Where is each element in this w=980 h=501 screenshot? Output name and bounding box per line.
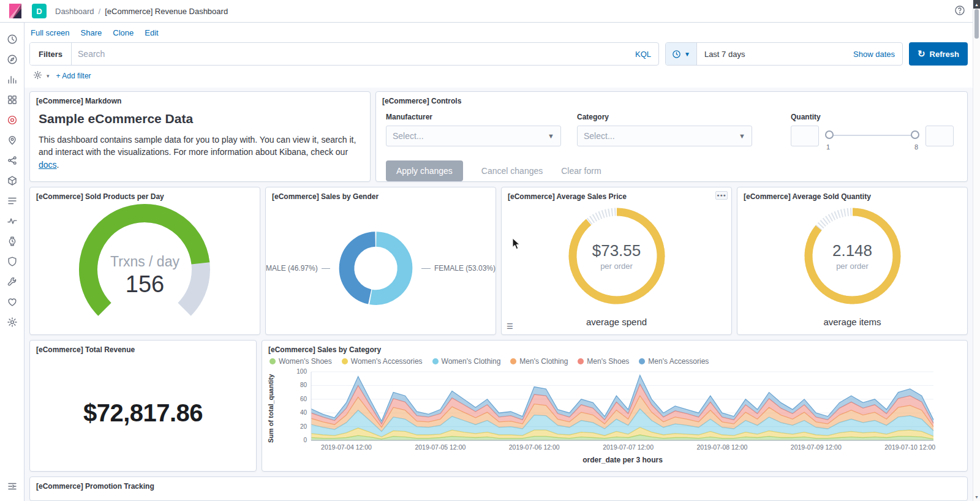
sidebar-item-discover[interactable] <box>2 49 22 69</box>
panel-total-revenue: [eCommerce] Total Revenue $72,817.86 <box>29 340 257 472</box>
scrollbar-down-button[interactable]: ▼ <box>973 492 980 501</box>
panel-title[interactable]: [eCommerce] Sales by Category <box>262 341 967 355</box>
legend-item[interactable]: Men's Accessories <box>639 357 709 366</box>
sidebar-item-recently-viewed[interactable] <box>2 29 22 49</box>
y-axis-label: Sum of total_quantity <box>267 374 274 443</box>
svg-text:40: 40 <box>300 410 307 416</box>
clear-form-button[interactable]: Clear form <box>561 166 601 176</box>
main-content: Full screen Share Clone Edit Filters KQL <box>24 23 973 501</box>
goal-subtitle: per order <box>600 262 633 271</box>
panel-title[interactable]: [eCommerce] Average Sales Price <box>502 187 731 202</box>
panel-avg-sold-qty: [eCommerce] Average Sold Quantity 2.148 … <box>737 187 968 335</box>
scrollbar-thumb[interactable] <box>974 9 979 39</box>
cancel-changes-button[interactable]: Cancel changes <box>481 166 543 176</box>
filter-settings-gear-icon[interactable] <box>33 70 42 81</box>
quantity-max-input[interactable] <box>925 126 954 146</box>
top-bar: D Dashboard / [eCommerce] Revenue Dashbo… <box>0 0 973 23</box>
slider-handle-max[interactable] <box>911 130 919 139</box>
category-select[interactable]: Select... ▼ <box>577 126 752 146</box>
breadcrumb-current: [eCommerce] Revenue Dashboard <box>105 7 228 16</box>
sidebar-item-apm[interactable] <box>2 211 22 231</box>
panel-options-icon[interactable]: ●●● <box>715 191 728 200</box>
sidebar-item-logs[interactable] <box>2 190 22 211</box>
sidebar-item-machine-learning[interactable] <box>2 150 22 170</box>
panel-title[interactable]: [eCommerce] Average Sold Quantity <box>737 187 967 202</box>
add-filter-link[interactable]: + Add filter <box>56 72 91 80</box>
legend-dot-icon <box>342 358 348 364</box>
sidebar-item-stack-monitoring[interactable] <box>2 292 22 312</box>
chevron-down-icon: ▼ <box>548 132 554 140</box>
show-dates-link[interactable]: Show dates <box>853 50 902 59</box>
collapse-nav-icon[interactable] <box>2 476 22 496</box>
space-avatar[interactable]: D <box>32 4 47 18</box>
refresh-button[interactable]: ↻ Refresh <box>909 42 968 66</box>
dashboard-menubar: Full screen Share Clone Edit <box>24 23 973 39</box>
x-axis-label: order_date per 3 hours <box>283 456 962 464</box>
legend-toggle-icon[interactable]: ☰ <box>507 322 513 331</box>
menu-edit[interactable]: Edit <box>145 28 158 37</box>
clock-icon <box>672 50 681 59</box>
female-slice-label[interactable]: FEMALE (53.03%) <box>434 264 496 273</box>
goal-value: 2.148 <box>832 241 872 260</box>
panel-sold-products: [eCommerce] Sold Products per Day Trxns … <box>29 187 260 335</box>
query-bar: Filters KQL ▼ Last 7 days Show dates ↻ <box>24 39 973 69</box>
slider-handle-min[interactable] <box>825 130 834 139</box>
svg-text:2019-07-04 12:00: 2019-07-04 12:00 <box>321 443 372 451</box>
category-label: Category <box>577 113 752 121</box>
kql-toggle[interactable]: KQL <box>635 50 658 59</box>
sidebar-item-infrastructure[interactable] <box>2 170 22 190</box>
panel-title[interactable]: [eCommerce] Promotion Tracking <box>30 477 967 492</box>
sidebar <box>0 23 24 501</box>
manufacturer-select[interactable]: Select... ▼ <box>386 126 561 146</box>
legend-item[interactable]: Men's Clothing <box>510 357 568 366</box>
gauge-label: Trxns / day <box>110 254 179 270</box>
apply-changes-button[interactable]: Apply changes <box>386 160 463 181</box>
sidebar-item-siem[interactable] <box>2 251 22 271</box>
svg-text:2019-07-08 12:00: 2019-07-08 12:00 <box>696 443 747 451</box>
sidebar-item-canvas[interactable] <box>2 110 22 130</box>
chevron-down-icon: ▼ <box>684 51 690 58</box>
breadcrumb-dashboard[interactable]: Dashboard <box>55 7 94 16</box>
dashboard-grid: [eCommerce] Markdown Sample eCommerce Da… <box>24 88 973 501</box>
vertical-scrollbar: ▲ ▼ <box>973 0 980 501</box>
panel-title[interactable]: [eCommerce] Controls <box>376 92 967 107</box>
quantity-min-input[interactable] <box>791 126 819 146</box>
panel-title[interactable]: [eCommerce] Sales by Gender <box>266 187 496 202</box>
sidebar-item-dev-tools[interactable] <box>2 271 22 292</box>
sidebar-item-visualize[interactable] <box>2 69 22 89</box>
male-slice-label[interactable]: MALE (46.97%) <box>266 264 318 273</box>
filters-button[interactable]: Filters <box>30 43 72 65</box>
menu-share[interactable]: Share <box>81 28 102 37</box>
search-input[interactable] <box>72 49 635 59</box>
goal-caption: average items <box>823 317 881 327</box>
sidebar-item-management[interactable] <box>2 312 22 332</box>
sidebar-icons <box>2 29 22 332</box>
legend-dot-icon <box>639 358 645 364</box>
panel-title[interactable]: [eCommerce] Markdown <box>30 92 370 107</box>
sidebar-item-uptime[interactable] <box>2 231 22 251</box>
legend-item[interactable]: Women's Clothing <box>432 357 501 366</box>
markdown-text: This dashboard contains sample data for … <box>39 134 361 171</box>
legend-dot-icon <box>432 358 439 364</box>
docs-link[interactable]: docs <box>39 160 57 170</box>
menu-full-screen[interactable]: Full screen <box>31 28 70 37</box>
kibana-logo-icon[interactable] <box>7 3 23 19</box>
quantity-label: Quantity <box>791 113 954 121</box>
svg-text:20: 20 <box>300 423 307 430</box>
time-range-value[interactable]: Last 7 days <box>697 50 853 59</box>
sidebar-item-dashboard[interactable] <box>2 89 22 110</box>
legend-item[interactable]: Men's Shoes <box>578 357 629 366</box>
menu-clone[interactable]: Clone <box>113 28 134 37</box>
time-picker-menu-button[interactable]: ▼ <box>666 43 697 65</box>
panel-title[interactable]: [eCommerce] Total Revenue <box>30 341 256 355</box>
svg-text:2019-07-09 12:00: 2019-07-09 12:00 <box>791 443 842 451</box>
scrollbar-up-button[interactable]: ▲ <box>973 0 980 9</box>
legend-item[interactable]: Women's Shoes <box>270 357 332 366</box>
avg-qty-goal-chart: 2.148 per order average items <box>737 202 967 328</box>
refresh-icon: ↻ <box>918 48 925 59</box>
sidebar-item-maps[interactable] <box>2 130 22 150</box>
chevron-down-icon: ▼ <box>739 132 745 140</box>
quantity-range-slider[interactable]: 1 8 <box>826 135 918 151</box>
help-icon[interactable] <box>954 5 965 18</box>
legend-item[interactable]: Women's Accessories <box>342 357 423 366</box>
